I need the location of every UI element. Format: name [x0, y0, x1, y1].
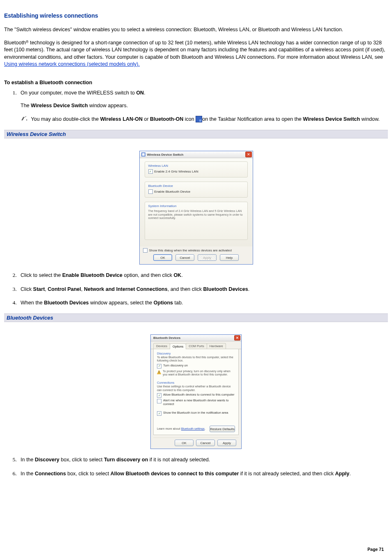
help-button[interactable]: Help [220, 254, 239, 261]
text: , [45, 286, 48, 292]
text: box, click to select [60, 457, 104, 463]
bold: Bluetooth Devices [203, 286, 248, 292]
connections-text: Use these settings to control whether a … [157, 385, 235, 392]
svg-rect-2 [142, 153, 145, 156]
discovery-group: Discovery To allow Bluetooth devices to … [157, 352, 235, 380]
show-dialog-label: Show this dialog when the wireless devic… [149, 249, 232, 252]
bold: Bluetooth Devices [44, 300, 89, 306]
text: . [349, 471, 350, 477]
connections-legend: Connections [157, 381, 235, 385]
intro-paragraph-1: The "Switch wireless devices" window ena… [4, 26, 388, 34]
wlan-group: Wireless LAN ✓ Enable 2.4 GHz Wireless L… [145, 161, 248, 177]
apply-button[interactable]: Apply [198, 254, 217, 261]
bold: Network and Internet Connections [84, 286, 168, 292]
wireless-lan-link[interactable]: Using wireless network connections (sele… [4, 61, 140, 67]
bluetooth-subheading: To establish a Bluetooth connection [4, 80, 388, 85]
cancel-button[interactable]: Cancel [196, 440, 215, 446]
wds-window: Wireless Device Switch ✕ Wireless LAN ✓ … [139, 151, 253, 265]
steps-list-2: Click to select the Enable Bluetooth Dev… [4, 272, 388, 307]
close-icon[interactable]: ✕ [234, 335, 240, 341]
bold: Enable Bluetooth Device [62, 272, 122, 278]
intro-paragraph-2: Bluetooth® technology is designed for a … [4, 39, 388, 68]
cancel-button[interactable]: Cancel [175, 254, 194, 261]
ok-button[interactable]: OK [153, 254, 172, 261]
btd-title-text: Bluetooth Devices [153, 336, 234, 340]
text: if it is not already selected. [148, 457, 210, 463]
text: window appears. [88, 103, 128, 108]
bold: Discovery [35, 457, 60, 463]
apply-button[interactable]: Apply [217, 440, 236, 446]
text: . [144, 90, 145, 96]
alert-new-device-checkbox[interactable] [157, 399, 161, 403]
close-icon[interactable]: ✕ [245, 152, 252, 157]
text: . [248, 286, 249, 292]
step-5: In the Discovery box, click to select Tu… [18, 456, 388, 464]
text: window appears, select the [89, 300, 154, 306]
allow-connect-label: Allow Bluetooth devices to connect to th… [163, 393, 235, 396]
allow-connect-checkbox[interactable]: ✓ [157, 393, 161, 398]
enable-bt-label: Enable Bluetooth Device [154, 190, 191, 193]
turn-discovery-on-checkbox[interactable]: ✓ [157, 364, 161, 368]
bold: Allow Bluetooth devices to connect to th… [111, 471, 239, 477]
note-icon [21, 115, 28, 124]
ok-button[interactable]: OK [175, 440, 194, 446]
btd-window: Bluetooth Devices ✕ Devices Options COM … [150, 334, 242, 449]
text: tab. [173, 300, 183, 306]
taskbar-icon [196, 116, 202, 122]
bluetooth-settings-link[interactable]: Bluetooth settings [181, 427, 205, 431]
page-number: Page 71 [367, 547, 384, 552]
restore-defaults-button[interactable]: Restore Defaults [210, 426, 235, 432]
bold-wlan-on: Wireless LAN-ON [100, 116, 143, 122]
text: on the Taskbar Notification area to open… [202, 116, 303, 122]
tab-hardware[interactable]: Hardware [207, 343, 226, 349]
document-page: Establishing wireless connections The "S… [0, 0, 392, 555]
bold-on: ON [136, 90, 144, 96]
text: icon [183, 116, 196, 122]
btd-screenshot: Bluetooth Devices ✕ Devices Options COM … [4, 322, 388, 457]
svg-point-0 [26, 119, 27, 120]
svg-rect-4 [159, 371, 159, 373]
wds-titlebar: Wireless Device Switch ✕ [140, 151, 253, 158]
tab-devices[interactable]: Devices [153, 343, 170, 349]
text: Learn more about [157, 427, 181, 431]
wds-title-text: Wireless Device Switch [147, 153, 245, 157]
warning-icon [157, 370, 161, 374]
text: if it is not already selected, and then … [239, 471, 335, 477]
discovery-legend: Discovery [157, 352, 235, 355]
bold: Start [33, 286, 45, 292]
text: Click [21, 286, 33, 292]
text: Bluetooth [4, 40, 26, 46]
text: You may also double-click the [31, 116, 100, 122]
show-dialog-checkbox[interactable] [143, 248, 148, 253]
show-bt-icon-label: Show the Bluetooth icon in the notificat… [163, 411, 228, 415]
tab-com-ports[interactable]: COM Ports [186, 343, 207, 349]
text: The [21, 103, 31, 108]
bold: Turn discovery on [104, 457, 148, 463]
text: . [181, 272, 182, 278]
enable-wlan-checkbox[interactable]: ✓ [148, 169, 153, 174]
text: Click to select the [21, 272, 62, 278]
step-3: Click Start, Control Panel, Network and … [18, 286, 388, 293]
wds-caption: Wireless Device Switch [4, 130, 388, 138]
wds-screenshot: Wireless Device Switch ✕ Wireless LAN ✓ … [4, 138, 388, 272]
steps-list: On your computer, move the WIRELESS swit… [4, 90, 388, 124]
tab-options[interactable]: Options [170, 343, 186, 349]
learn-more: Learn more about Bluetooth settings. [157, 427, 205, 431]
turn-discovery-on-label: Turn discovery on [163, 364, 188, 367]
discovery-warning: To protect your privacy, turn on discove… [163, 370, 235, 377]
text: box, click to select [66, 471, 110, 477]
btd-caption: Bluetooth Devices [4, 313, 388, 322]
text: In the [21, 471, 35, 477]
connections-group: Connections Use these settings to contro… [157, 381, 235, 408]
show-bt-icon-checkbox[interactable]: ✓ [157, 411, 161, 416]
enable-bt-checkbox[interactable] [148, 189, 153, 194]
text: window. [360, 116, 380, 122]
btd-titlebar: Bluetooth Devices ✕ [151, 335, 241, 341]
text: technology is designed for a short-range… [4, 40, 385, 60]
alert-new-device-label: Alert me when a new Bluetooth device wan… [163, 398, 235, 406]
btd-tabs: Devices Options COM Ports Hardware [151, 341, 241, 349]
text: or [143, 116, 150, 122]
sysinfo-text: The frequency band of 2.4 GHz Wireless L… [148, 210, 244, 220]
step-2: Click to select the Enable Bluetooth Dev… [18, 272, 388, 279]
text: When the [21, 300, 44, 306]
